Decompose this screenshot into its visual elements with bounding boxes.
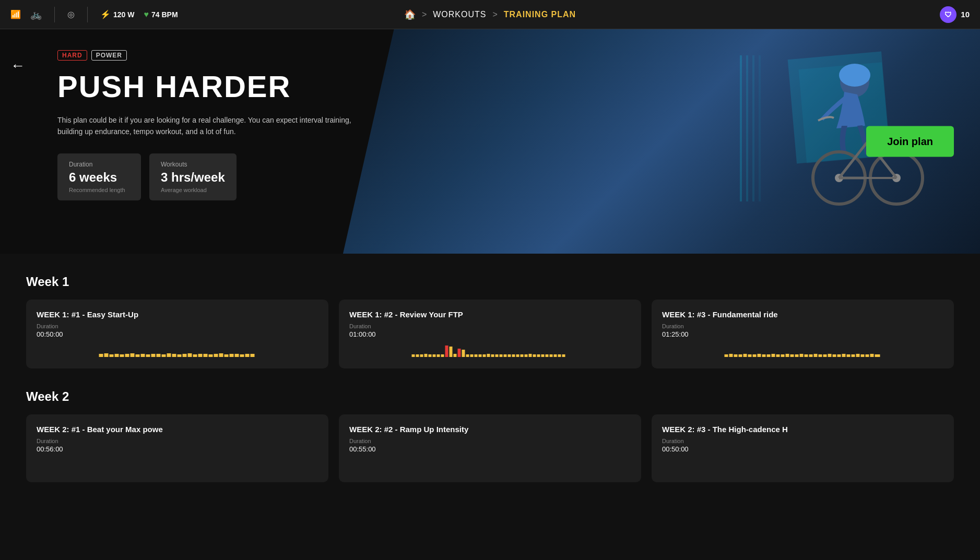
svg-rect-77 <box>558 354 561 357</box>
svg-rect-30 <box>193 354 197 357</box>
svg-rect-58 <box>479 354 482 357</box>
week-2-section: Week 2 WEEK 2: #1 - Beat your Max powe D… <box>26 389 954 482</box>
svg-rect-29 <box>188 353 192 357</box>
tag-row: HARD POWER <box>57 50 954 61</box>
plan-title: PUSH HARDER <box>57 69 954 104</box>
workout-title: WEEK 2: #2 - Ramp Up Intensity <box>349 425 631 434</box>
svg-rect-53 <box>458 349 461 357</box>
svg-rect-81 <box>734 354 738 357</box>
svg-rect-45 <box>424 354 428 357</box>
svg-rect-25 <box>167 353 171 357</box>
svg-rect-61 <box>491 354 494 357</box>
svg-rect-95 <box>800 354 804 357</box>
svg-rect-78 <box>562 354 565 357</box>
svg-rect-39 <box>240 354 244 357</box>
week-2-cards: WEEK 2: #1 - Beat your Max powe Duration… <box>26 414 954 482</box>
svg-rect-73 <box>541 354 545 357</box>
svg-rect-69 <box>525 354 528 357</box>
svg-rect-33 <box>209 354 213 357</box>
workout-duration-label: Duration <box>662 438 943 444</box>
svg-rect-26 <box>172 354 176 357</box>
svg-rect-13 <box>104 353 109 357</box>
svg-rect-65 <box>508 354 511 357</box>
svg-rect-59 <box>483 354 486 357</box>
hero-content: ← HARD POWER PUSH HARDER This plan could… <box>0 29 980 221</box>
workout-duration-value: 00:55:00 <box>349 445 631 453</box>
workout-chart <box>662 343 943 358</box>
svg-rect-111 <box>875 354 880 357</box>
svg-rect-28 <box>183 354 187 357</box>
svg-rect-70 <box>529 354 532 357</box>
top-navigation: 📶 🚲 ◎ ⚡ 120 W ♥ 74 BPM 🏠 > WORKOUTS > TR… <box>0 0 980 29</box>
breadcrumb-workouts[interactable]: WORKOUTS <box>433 10 486 19</box>
week-2-title: Week 2 <box>26 389 954 404</box>
svg-rect-92 <box>786 354 789 357</box>
svg-rect-23 <box>157 354 161 357</box>
svg-rect-88 <box>767 354 771 357</box>
join-plan-button[interactable]: Join plan <box>866 126 954 157</box>
svg-rect-50 <box>445 345 448 357</box>
breadcrumb-current: TRAINING PLAN <box>504 10 576 19</box>
svg-rect-98 <box>814 354 818 357</box>
tag-power: POWER <box>91 50 127 61</box>
svg-rect-71 <box>533 354 536 357</box>
breadcrumb-sep-1: > <box>422 10 427 19</box>
svg-rect-104 <box>842 354 846 357</box>
workout-chart <box>349 343 631 358</box>
svg-rect-12 <box>99 354 103 357</box>
heart-icon: ♥ <box>144 10 149 19</box>
svg-rect-18 <box>131 353 135 357</box>
svg-rect-60 <box>487 354 490 357</box>
svg-rect-102 <box>833 354 836 357</box>
workout-title: WEEK 2: #3 - The High-cadence H <box>662 425 943 434</box>
svg-rect-42 <box>412 354 415 357</box>
workout-card[interactable]: WEEK 2: #1 - Beat your Max powe Duration… <box>26 414 328 482</box>
svg-rect-51 <box>450 347 453 357</box>
svg-rect-62 <box>495 354 499 357</box>
stat-workouts-value: 3 hrs/week <box>161 170 225 185</box>
svg-rect-24 <box>162 354 166 357</box>
main-content: Week 1 WEEK 1: #1 - Easy Start-Up Durati… <box>0 254 980 524</box>
svg-rect-46 <box>429 354 432 357</box>
workout-duration-label: Duration <box>37 438 318 444</box>
stat-duration-label: Duration <box>69 161 129 168</box>
svg-rect-20 <box>141 354 145 357</box>
workout-card[interactable]: WEEK 1: #1 - Easy Start-Up Duration 00:5… <box>26 300 328 368</box>
back-button[interactable]: ← <box>5 55 30 76</box>
svg-rect-82 <box>739 354 742 357</box>
svg-rect-72 <box>537 354 540 357</box>
breadcrumb-sep-2: > <box>492 10 497 19</box>
svg-rect-31 <box>198 354 203 357</box>
bike-icon: 🚲 <box>30 9 42 20</box>
svg-rect-63 <box>500 354 503 357</box>
workout-card[interactable]: WEEK 2: #3 - The High-cadence H Duration… <box>652 414 954 482</box>
power-stat: ⚡ 120 W <box>100 9 134 19</box>
svg-rect-90 <box>776 354 780 357</box>
svg-rect-89 <box>772 354 775 357</box>
svg-rect-36 <box>225 354 229 357</box>
svg-rect-83 <box>743 354 747 357</box>
wifi-icon: 📶 <box>10 9 21 19</box>
workout-card[interactable]: WEEK 1: #3 - Fundamental ride Duration 0… <box>652 300 954 368</box>
svg-rect-27 <box>178 354 182 357</box>
avatar-badge[interactable]: 🛡 <box>940 6 957 23</box>
svg-rect-101 <box>828 354 832 357</box>
svg-rect-54 <box>462 350 465 357</box>
home-icon[interactable]: 🏠 <box>404 9 416 20</box>
workout-duration-label: Duration <box>37 323 318 329</box>
svg-rect-52 <box>454 354 457 357</box>
workout-card[interactable]: WEEK 2: #2 - Ramp Up Intensity Duration … <box>339 414 641 482</box>
workout-title: WEEK 1: #3 - Fundamental ride <box>662 310 943 319</box>
svg-rect-66 <box>512 354 515 357</box>
points-label: 10 <box>961 10 970 19</box>
hero-section: ← HARD POWER PUSH HARDER This plan could… <box>0 29 980 254</box>
svg-rect-80 <box>729 354 733 357</box>
svg-rect-106 <box>852 354 855 357</box>
svg-rect-35 <box>219 353 223 357</box>
workout-duration-value: 00:56:00 <box>37 445 318 453</box>
workout-card[interactable]: WEEK 1: #2 - Review Your FTP Duration 01… <box>339 300 641 368</box>
svg-rect-96 <box>805 354 808 357</box>
week-1-section: Week 1 WEEK 1: #1 - Easy Start-Up Durati… <box>26 275 954 368</box>
svg-rect-93 <box>790 354 794 357</box>
week-1-title: Week 1 <box>26 275 954 289</box>
